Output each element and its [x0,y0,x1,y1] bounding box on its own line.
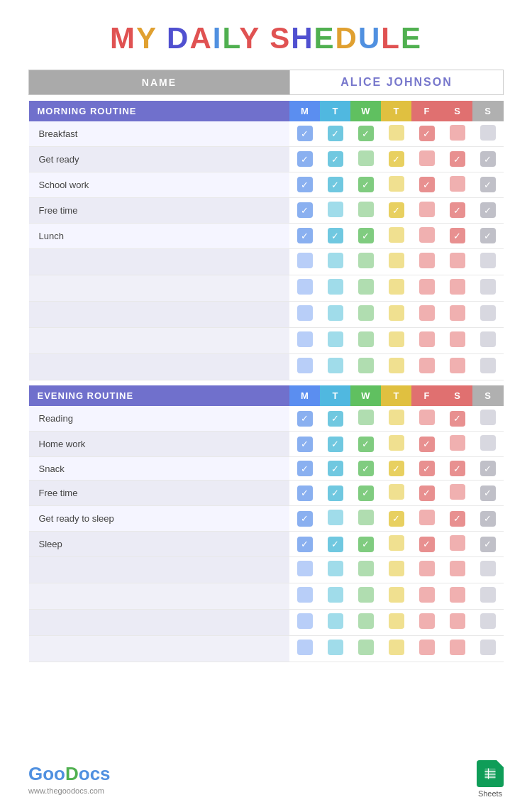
page: MY DAILY SHEDULE NAME ALICE JOHNSON MORN… [0,0,532,812]
evening-row-snack: Snack ✓ ✓ ✓ ✓ ✓ ✓ ✓ [29,457,504,481]
evening-label: EVENING ROUTINE [29,385,290,406]
name-label: NAME [29,70,290,95]
day-s1: S [442,101,472,121]
morning-label: MORNING ROUTINE [29,101,290,121]
cb-t1[interactable]: ✓ [320,121,350,147]
page-title: MY DAILY SHEDULE [110,21,422,55]
evening-row-homework: Home work ✓ ✓ ✓ ✓ [29,432,504,457]
evening-empty-4 [29,636,504,662]
cb-w[interactable]: ✓ [350,121,381,147]
logo-d: D [65,763,79,784]
logo-ocs: ocs [79,763,111,784]
row-label: Free time [29,481,290,506]
logo-area: GooDocs www.thegoodocs.com [28,763,111,795]
day-m-ev: M [289,385,320,406]
morning-row-freetime: Free time ✓ ✓ ✓ ✓ [29,197,504,223]
name-row: NAME ALICE JOHNSON [29,70,504,95]
morning-empty-4 [29,327,504,353]
row-label: Home work [29,432,290,457]
row-label: Breakfast [29,121,290,147]
sheets-icon: Sheets [477,760,504,798]
row-label: Free time [29,197,290,223]
day-f-ev: F [411,385,442,406]
row-label: School work [29,172,290,197]
evening-row-reading: Reading ✓ ✓ ✓ [29,406,504,432]
morning-row-breakfast: Breakfast ✓ ✓ ✓ ✓ [29,121,504,147]
sheets-label: Sheets [478,789,502,798]
evening-empty-2 [29,583,504,610]
evening-empty-1 [29,557,504,583]
schedule-table: NAME ALICE JOHNSON MORNING ROUTINE M T W… [28,70,504,662]
row-label: Get ready [29,146,290,172]
day-s2: S [472,101,503,121]
evening-row-getreadytosleep: Get ready to sleep ✓ ✓ ✓ ✓ [29,506,504,532]
morning-empty-5 [29,353,504,380]
day-w-ev: W [350,385,381,406]
morning-row-schoolwork: School work ✓ ✓ ✓ ✓ ✓ [29,172,504,197]
morning-empty-1 [29,248,504,275]
sheets-logo [477,760,504,787]
day-t2-ev: T [381,385,411,406]
row-label: Reading [29,406,290,432]
day-s1-ev: S [442,385,472,406]
day-t1-ev: T [320,385,350,406]
logo-url: www.thegoodocs.com [28,786,111,795]
day-t2: T [381,101,411,121]
morning-routine-header: MORNING ROUTINE M T W T F S S [29,101,504,121]
cb-s2[interactable] [472,121,503,147]
morning-row-lunch: Lunch ✓ ✓ ✓ ✓ ✓ [29,223,504,248]
morning-empty-3 [29,301,504,327]
morning-empty-2 [29,275,504,301]
day-f: F [411,101,442,121]
row-label: Sleep [29,532,290,557]
morning-row-getready: Get ready ✓ ✓ ✓ ✓ ✓ [29,146,504,172]
cb-m[interactable]: ✓ [289,121,320,147]
name-value: ALICE JOHNSON [289,70,503,95]
cb-s1[interactable] [442,121,472,147]
day-t1: T [320,101,350,121]
evening-empty-3 [29,610,504,636]
day-m: M [289,101,320,121]
row-label: Get ready to sleep [29,506,290,532]
cb-f[interactable]: ✓ [411,121,442,147]
logo-goo: Goo [28,763,65,784]
day-s2-ev: S [472,385,503,406]
evening-routine-header: EVENING ROUTINE M T W T F S S [29,385,504,406]
cb-t2[interactable] [381,121,411,147]
row-label: Snack [29,457,290,481]
evening-row-sleep: Sleep ✓ ✓ ✓ ✓ ✓ [29,532,504,557]
evening-row-freetime: Free time ✓ ✓ ✓ ✓ ✓ [29,481,504,506]
row-label: Lunch [29,223,290,248]
day-w: W [350,101,381,121]
footer: GooDocs www.thegoodocs.com Sheets [28,739,504,798]
logo-text: GooDocs [28,763,111,785]
